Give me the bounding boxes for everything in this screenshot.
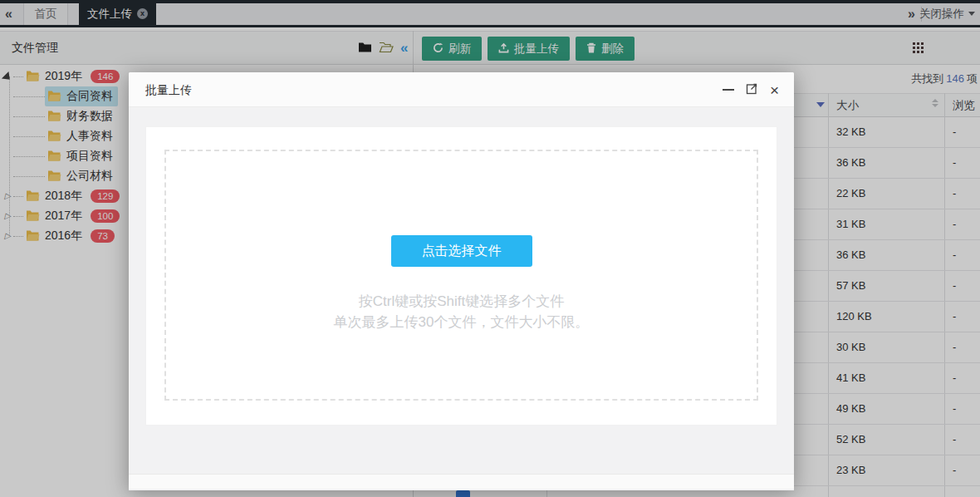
upload-dropzone[interactable]: 点击选择文件 按Ctrl键或按Shift键选择多个文件 单次最多上传30个文件，… <box>164 150 758 401</box>
upload-hints: 按Ctrl键或按Shift键选择多个文件 单次最多上传30个文件，文件大小不限。 <box>334 292 590 332</box>
maximize-icon[interactable] <box>746 82 758 98</box>
batch-upload-modal: 批量上传 × 点击选择文件 按Ctrl键或按Shift键选择多个文件 单次最多上… <box>129 72 794 490</box>
modal-title: 批量上传 <box>145 72 192 107</box>
modal-header[interactable]: 批量上传 × <box>129 72 794 107</box>
modal-footer-strip <box>129 474 794 489</box>
modal-body: 点击选择文件 按Ctrl键或按Shift键选择多个文件 单次最多上传30个文件，… <box>129 107 794 490</box>
app-window: « 首页 文件上传 x » 关闭操作 文件管理 « <box>0 0 980 497</box>
upload-hint-line1: 按Ctrl键或按Shift键选择多个文件 <box>334 292 590 312</box>
upload-card: 点击选择文件 按Ctrl键或按Shift键选择多个文件 单次最多上传30个文件，… <box>145 126 777 426</box>
upload-hint-line2: 单次最多上传30个文件，文件大小不限。 <box>334 312 590 333</box>
close-icon[interactable]: × <box>770 82 779 98</box>
minimize-icon[interactable] <box>723 89 734 91</box>
select-files-button[interactable]: 点击选择文件 <box>391 235 532 267</box>
